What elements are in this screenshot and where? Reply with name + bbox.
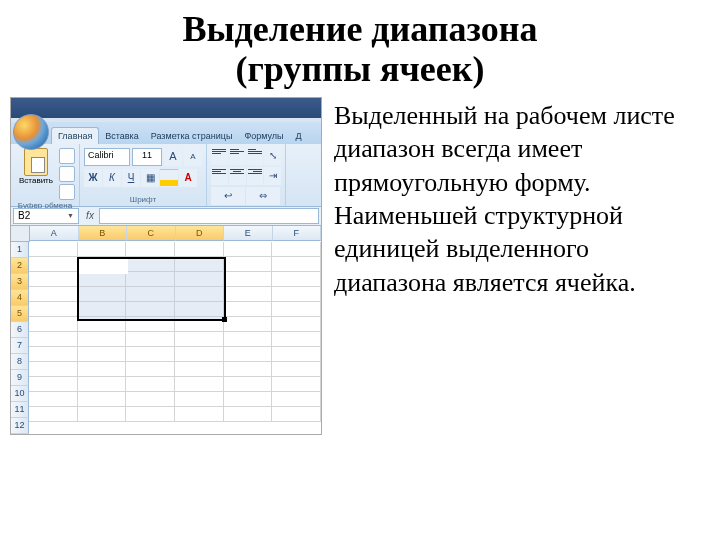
cell[interactable]: [78, 242, 127, 257]
cell[interactable]: [126, 392, 175, 407]
cell[interactable]: [224, 377, 273, 392]
fill-color-button[interactable]: [160, 169, 178, 187]
cell[interactable]: [224, 302, 273, 317]
cell[interactable]: [29, 242, 78, 257]
cell[interactable]: [29, 272, 78, 287]
cell[interactable]: [29, 302, 78, 317]
cell[interactable]: [175, 287, 224, 302]
tab-formulas[interactable]: Формулы: [238, 128, 289, 144]
increase-font-button[interactable]: A: [164, 148, 182, 166]
cell[interactable]: [126, 362, 175, 377]
cell[interactable]: [272, 332, 321, 347]
font-color-button[interactable]: A: [179, 169, 197, 187]
row-header-11[interactable]: 11: [11, 402, 29, 418]
cell[interactable]: [78, 302, 127, 317]
cell[interactable]: [224, 257, 273, 272]
row-header-5[interactable]: 5: [11, 306, 29, 322]
cell[interactable]: [78, 332, 127, 347]
row-header-2[interactable]: 2: [11, 258, 29, 274]
cell[interactable]: [272, 377, 321, 392]
italic-button[interactable]: К: [103, 169, 121, 187]
cell[interactable]: [29, 407, 78, 422]
select-all-corner[interactable]: [11, 226, 30, 242]
row-header-10[interactable]: 10: [11, 386, 29, 402]
orientation-button[interactable]: ⤡: [264, 147, 281, 165]
cell[interactable]: [29, 317, 78, 332]
cell[interactable]: [272, 242, 321, 257]
cell-grid[interactable]: [29, 242, 321, 434]
cell[interactable]: [78, 362, 127, 377]
row-header-1[interactable]: 1: [11, 242, 29, 258]
cell[interactable]: [224, 332, 273, 347]
cell[interactable]: [29, 332, 78, 347]
cell[interactable]: [126, 332, 175, 347]
cell[interactable]: [272, 287, 321, 302]
cell[interactable]: [126, 242, 175, 257]
col-header-d[interactable]: D: [176, 226, 225, 241]
cell[interactable]: [272, 392, 321, 407]
cell[interactable]: [175, 272, 224, 287]
cell[interactable]: [29, 347, 78, 362]
cell[interactable]: [175, 317, 224, 332]
cell[interactable]: [272, 347, 321, 362]
cell[interactable]: [175, 332, 224, 347]
cell[interactable]: [126, 257, 175, 272]
cell[interactable]: [175, 377, 224, 392]
row-header-4[interactable]: 4: [11, 290, 29, 306]
row-header-12[interactable]: 12: [11, 418, 29, 434]
cell[interactable]: [224, 362, 273, 377]
fx-button[interactable]: fx: [81, 207, 99, 225]
cell[interactable]: [272, 302, 321, 317]
cell[interactable]: [78, 257, 127, 272]
col-header-f[interactable]: F: [273, 226, 322, 241]
bold-button[interactable]: Ж: [84, 169, 102, 187]
cell[interactable]: [126, 287, 175, 302]
copy-icon[interactable]: [59, 166, 75, 182]
align-center-button[interactable]: [229, 167, 246, 185]
cell[interactable]: [126, 377, 175, 392]
cell[interactable]: [29, 392, 78, 407]
cell[interactable]: [78, 347, 127, 362]
cell[interactable]: [272, 317, 321, 332]
cell[interactable]: [126, 272, 175, 287]
align-right-button[interactable]: [247, 167, 264, 185]
tab-pagelayout[interactable]: Разметка страницы: [145, 128, 239, 144]
cell[interactable]: [126, 317, 175, 332]
cell[interactable]: [29, 257, 78, 272]
cell[interactable]: [224, 392, 273, 407]
font-size-select[interactable]: 11: [132, 148, 162, 166]
office-button[interactable]: [13, 114, 49, 150]
cell[interactable]: [78, 317, 127, 332]
formula-bar[interactable]: [99, 208, 319, 224]
cell[interactable]: [224, 272, 273, 287]
row-header-6[interactable]: 6: [11, 322, 29, 338]
merge-button[interactable]: ⇔: [246, 187, 280, 205]
border-button[interactable]: ▦: [141, 169, 159, 187]
cell[interactable]: [175, 242, 224, 257]
paste-button[interactable]: Вставить: [15, 146, 57, 200]
cell[interactable]: [224, 317, 273, 332]
align-top-button[interactable]: [211, 147, 228, 165]
tab-insert[interactable]: Вставка: [99, 128, 144, 144]
cell[interactable]: [29, 377, 78, 392]
cell[interactable]: [224, 407, 273, 422]
align-bottom-button[interactable]: [247, 147, 264, 165]
cell[interactable]: [126, 347, 175, 362]
cell[interactable]: [175, 257, 224, 272]
col-header-a[interactable]: A: [30, 226, 79, 241]
indent-button[interactable]: ⇥: [264, 167, 281, 185]
cell[interactable]: [78, 407, 127, 422]
cell[interactable]: [224, 347, 273, 362]
cell[interactable]: [175, 407, 224, 422]
cell[interactable]: [272, 362, 321, 377]
underline-button[interactable]: Ч: [122, 169, 140, 187]
cell[interactable]: [78, 377, 127, 392]
cell[interactable]: [126, 302, 175, 317]
cell[interactable]: [78, 272, 127, 287]
cell[interactable]: [29, 287, 78, 302]
row-header-7[interactable]: 7: [11, 338, 29, 354]
cell[interactable]: [175, 347, 224, 362]
cell[interactable]: [126, 407, 175, 422]
cell[interactable]: [78, 287, 127, 302]
tab-data[interactable]: Д: [290, 128, 308, 144]
